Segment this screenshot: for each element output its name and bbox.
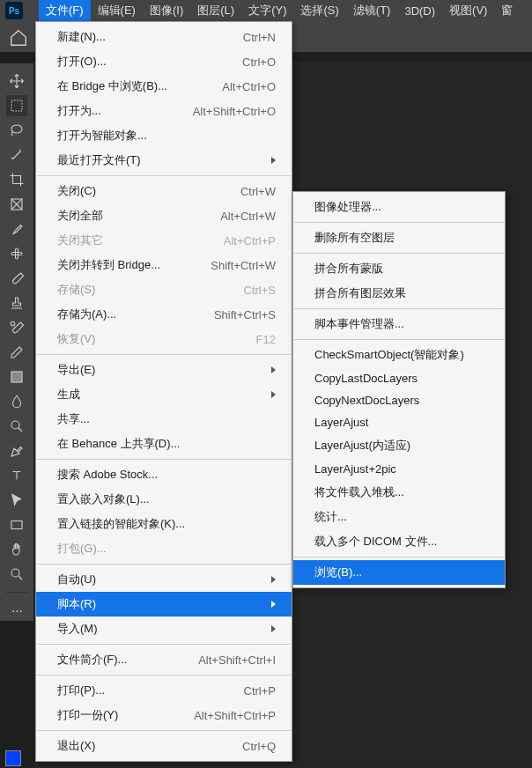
menu-item-label: 拼合所有蒙版 [314, 261, 383, 277]
menu-item-label: LayerAjust [314, 416, 368, 429]
menu-item[interactable]: 关闭全部Alt+Ctrl+W [36, 203, 292, 228]
edit-toolbar[interactable]: ⋯ [6, 600, 27, 621]
menu-shortcut: Alt+Shift+Ctrl+I [198, 654, 276, 667]
eyedropper-tool[interactable] [6, 218, 27, 240]
menu-item[interactable]: 将文件载入堆栈... [293, 480, 505, 505]
menu-item-label: 脚本(R) [57, 596, 96, 612]
brush-tool[interactable] [6, 268, 27, 289]
menu-item[interactable]: 置入嵌入对象(L)... [36, 487, 292, 512]
menu-item[interactable]: 存储为(A)...Shift+Ctrl+S [36, 302, 292, 327]
spot-heal-tool[interactable] [6, 243, 27, 264]
move-tool[interactable] [6, 70, 27, 92]
crop-tool[interactable] [6, 169, 27, 190]
frame-tool[interactable] [6, 194, 27, 215]
menu-item[interactable]: 在 Behance 上共享(D)... [36, 432, 292, 456]
menu-shortcut: Ctrl+W [240, 185, 276, 198]
menu-item-label: 关闭全部 [57, 208, 103, 224]
type-tool[interactable] [6, 465, 27, 486]
menu-item-label: CheckSmartObject(智能对象) [314, 347, 464, 363]
menu-separator [37, 564, 291, 565]
menu-item[interactable]: 打开为智能对象... [36, 123, 292, 148]
menu-item[interactable]: 文件简介(F)...Alt+Shift+Ctrl+I [36, 647, 292, 672]
menu-select[interactable]: 选择(S) [293, 0, 345, 22]
menu-window[interactable]: 窗 [494, 0, 520, 22]
menu-item-label: 共享... [57, 411, 90, 427]
pen-tool[interactable] [6, 440, 27, 462]
menu-item[interactable]: 脚本(R) [36, 592, 292, 617]
zoom-tool[interactable] [6, 564, 27, 585]
foreground-swatch[interactable] [5, 750, 21, 766]
menu-image[interactable]: 图像(I) [143, 0, 190, 22]
menu-item[interactable]: 最近打开文件(T) [36, 148, 292, 173]
menu-item[interactable]: 新建(N)...Ctrl+N [36, 25, 292, 49]
eraser-tool[interactable] [6, 342, 27, 363]
submenu-arrow-icon [271, 625, 276, 632]
menu-item[interactable]: 生成 [36, 382, 292, 407]
menu-item[interactable]: 打印一份(Y)Alt+Shift+Ctrl+P [36, 703, 292, 727]
menu-item[interactable]: 搜索 Adobe Stock... [36, 462, 292, 487]
menu-item[interactable]: 共享... [36, 407, 292, 432]
menu-separator [294, 308, 504, 309]
menu-item[interactable]: CopyNextDocLayers [293, 389, 505, 411]
menu-item[interactable]: 拼合所有图层效果 [293, 281, 505, 306]
menu-text[interactable]: 文字(Y) [241, 0, 293, 22]
menu-item-label: 存储为(A)... [57, 306, 116, 322]
dodge-tool[interactable] [6, 416, 27, 437]
menu-item-label: 载入多个 DICOM 文件... [314, 534, 437, 550]
menu-item[interactable]: 统计... [293, 505, 505, 529]
menu-item[interactable]: 脚本事件管理器... [293, 312, 505, 336]
menu-item[interactable]: 打开为...Alt+Shift+Ctrl+O [36, 99, 292, 123]
menu-item[interactable]: 图像处理器... [293, 195, 505, 219]
menu-item[interactable]: CopyLastDocLayers [293, 367, 505, 389]
lasso-tool[interactable] [6, 120, 27, 141]
svg-rect-3 [11, 253, 22, 255]
menu-item[interactable]: LayerAjust(内适应) [293, 433, 505, 458]
svg-point-5 [11, 321, 15, 326]
menu-item-label: 打包(G)... [57, 541, 107, 557]
menu-item[interactable]: 导出(E) [36, 358, 292, 382]
menu-item-label: 退出(X) [57, 738, 95, 754]
menu-item[interactable]: 关闭(C)Ctrl+W [36, 179, 292, 203]
gradient-tool[interactable] [6, 366, 27, 388]
menu-item[interactable]: 载入多个 DICOM 文件... [293, 529, 505, 554]
menu-item[interactable]: 在 Bridge 中浏览(B)...Alt+Ctrl+O [36, 74, 292, 99]
menu-item[interactable]: 删除所有空图层 [293, 225, 505, 250]
menu-item[interactable]: 置入链接的智能对象(K)... [36, 512, 292, 536]
menu-item-label: LayerAjust(内适应) [314, 438, 410, 454]
menu-item[interactable]: 自动(U) [36, 567, 292, 592]
menu-view[interactable]: 视图(V) [442, 0, 494, 22]
history-brush-tool[interactable] [6, 317, 27, 338]
menu-layer[interactable]: 图层(L) [190, 0, 241, 22]
menu-item[interactable]: 退出(X)Ctrl+Q [36, 734, 292, 758]
stamp-tool[interactable] [6, 292, 27, 314]
menu-3d[interactable]: 3D(D) [397, 1, 442, 21]
home-icon[interactable] [9, 28, 28, 48]
marquee-tool[interactable] [6, 95, 27, 116]
menu-item[interactable]: 打印(P)...Ctrl+P [36, 678, 292, 703]
menu-edit[interactable]: 编辑(E) [91, 0, 143, 22]
menu-item[interactable]: 打开(O)...Ctrl+O [36, 49, 292, 74]
menu-file[interactable]: 文件(F) [39, 0, 91, 22]
menu-filter[interactable]: 滤镜(T) [346, 0, 398, 22]
menu-item-label: CopyLastDocLayers [314, 372, 417, 385]
path-select-tool[interactable] [6, 490, 27, 511]
menu-item-label: 关闭(C) [57, 183, 96, 199]
menu-item[interactable]: 拼合所有蒙版 [293, 256, 505, 281]
menu-item-label: 恢复(V) [57, 331, 95, 347]
menu-item-label: 置入嵌入对象(L)... [57, 491, 150, 507]
menu-item[interactable]: 导入(M) [36, 617, 292, 641]
menu-item[interactable]: 浏览(B)... [293, 560, 505, 585]
menu-item[interactable]: LayerAjust+2pic [293, 458, 505, 480]
menu-item[interactable]: CheckSmartObject(智能对象) [293, 343, 505, 367]
menu-item[interactable]: 关闭并转到 Bridge...Shift+Ctrl+W [36, 253, 292, 277]
menu-item-label: 关闭并转到 Bridge... [57, 257, 160, 273]
menu-separator [37, 644, 291, 645]
hand-tool[interactable] [6, 539, 27, 560]
menu-item[interactable]: LayerAjust [293, 411, 505, 433]
rectangle-tool[interactable] [6, 514, 27, 535]
menu-item: 打包(G)... [36, 536, 292, 561]
menu-separator [294, 339, 504, 340]
magic-wand-tool[interactable] [6, 144, 27, 166]
submenu-arrow-icon [271, 601, 276, 608]
blur-tool[interactable] [6, 391, 27, 412]
